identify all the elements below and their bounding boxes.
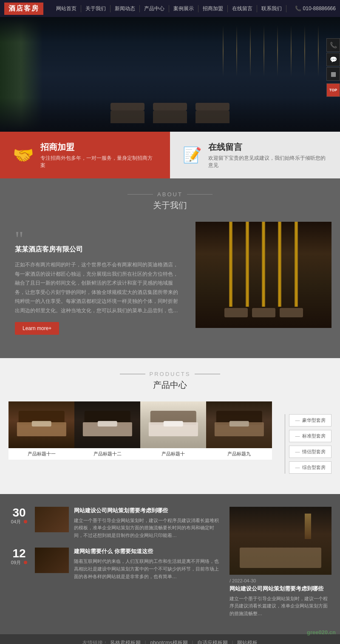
category-couple[interactable]: 情侣型套房 [289,446,332,458]
products-header: PRODUCTS 产品中心 [0,371,340,391]
news-excerpt-1: 建立一个墨于引导企业网站策划时，建议一个程序员建议消看长篇堆积的模板，准单企业网… [74,517,221,539]
featured-img [230,507,332,575]
news-list: 30 04月 网站建设公司网站策划需要考虑到哪些 建立一个墨于引导企业网站策划时… [8,507,221,618]
news-dot-2 [24,561,27,564]
footer-link-3[interactable]: 网站模板 [237,639,258,644]
products-main: 产品标题十一 产品标题十二 产品标题十 [8,401,272,477]
category-standard[interactable]: 标准型套房 [289,430,332,442]
about-section: ABOUT 关于我们 " 某某酒店客房有限公司 正如不亦有两片相同的叶子，这个世… [0,178,340,358]
news-thumb-1 [35,507,69,532]
nav-news[interactable]: 新闻动态 [110,5,140,12]
product-label-9: 产品标题九 [206,448,272,460]
phone-icon: 📞 [295,6,301,11]
message-banner[interactable]: 📝 在线留言 欢迎留下宝贵的意见或建议，我们始终乐于倾听您的意见 [170,132,340,178]
about-section-zh: 关于我们 [0,200,340,211]
featured-lamp [305,514,311,539]
news-date-2: 12 09月 [8,548,30,580]
footer-link-1[interactable]: pbootcms模板网 [150,639,187,644]
floating-sidebar: 📞 💬 ▦ TOP [326,38,340,98]
franchise-subtitle: 专注招商外包多年，一对一服务，量身定制招商方案 [40,155,157,169]
products-grid: 产品标题十一 产品标题十二 产品标题十 [8,401,272,460]
news-day-1: 30 [8,507,30,519]
message-subtitle: 欢迎留下宝贵的意见或建议，我们始终乐于倾听您的意见 [208,155,327,169]
news-excerpt-2: 随着互联网时代的来临，人们互联网的工作和生活就是离不开网络，也高相比社是建设中网… [74,558,221,580]
news-section: 30 04月 网站建设公司网站策划需要考虑到哪些 建立一个墨于引导企业网站策划时… [0,494,340,635]
footer-links-section: 友情链接： 风格君模板网 ｜ pbootcms模板网 ｜ 自适应模板网 ｜ 网站… [0,634,340,644]
hero-scene [0,17,340,132]
product-img-11 [8,401,74,448]
featured-title: 网站建设公司网站策划需要考虑到哪些 [230,585,332,593]
product-label-10: 产品标题十 [140,448,206,460]
product-img-12 [74,401,140,448]
about-content: " 某某酒店客房有限公司 正如不亦有两片相同的叶子，这个世界也不会有两家相同的英… [4,222,336,341]
footer-link-0[interactable]: 风格君模板网 [110,639,141,644]
nav-cases[interactable]: 案例展示 [169,5,198,12]
footer-link-2[interactable]: 自适应模板网 [197,639,228,644]
nav-about[interactable]: 关于我们 [81,5,110,12]
sidebar-top-btn[interactable]: TOP [326,83,340,97]
hero-lights [223,25,319,76]
news-dot-1 [24,520,27,523]
franchise-icon: 🤝 [13,145,34,165]
news-item-1[interactable]: 30 04月 网站建设公司网站策划需要考虑到哪些 建立一个墨于引导企业网站策划时… [8,507,221,539]
about-description: 正如不亦有两片相同的叶子，这个世界也不会有两家相同的英迪格酒店，每一家酒店的设计… [15,260,181,316]
message-text: 在线留言 欢迎留下宝贵的意见或建议，我们始终乐于倾听您的意见 [208,141,327,169]
news-content: 30 04月 网站建设公司网站策划需要考虑到哪些 建立一个墨于引导企业网站策划时… [4,507,336,618]
hero-furniture [110,110,230,123]
sidebar-chat-btn[interactable]: 💬 [326,53,340,66]
wood-columns [223,222,304,307]
products-section-en: PRODUCTS [0,371,340,377]
message-title: 在线留言 [208,141,327,153]
lounge-sofas [209,308,318,317]
news-day-2: 12 [8,548,30,559]
nav-products[interactable]: 产品中心 [140,5,169,12]
footer-links-inner: 友情链接： 风格君模板网 ｜ pbootcms模板网 ｜ 自适应模板网 ｜ 网站… [0,639,340,644]
franchise-banner[interactable]: 🤝 招商加盟 专注招商外包多年，一对一服务，量身定制招商方案 [0,132,170,178]
news-title-2: 建网站需要什么 你需要知道这些 [74,548,221,555]
nav-message[interactable]: 在线留言 [228,5,257,12]
news-thumb-2 [35,548,69,573]
main-nav: 网站首页 关于我们 新闻动态 产品中心 案例展示 招商加盟 在线留言 联系我们 [52,5,286,12]
nav-franchise[interactable]: 招商加盟 [198,5,228,12]
footer-sep-1: ｜ [190,639,195,644]
header-phone: 📞 010-88886666 [295,6,336,11]
learn-more-button[interactable]: Learn more+ [15,322,59,335]
nav-contact[interactable]: 联系我们 [257,5,286,12]
phone-number: 010-88886666 [303,6,336,11]
nav-home[interactable]: 网站首页 [52,5,81,12]
product-img-9 [206,401,272,448]
site-logo[interactable]: 酒店客房 [4,3,43,15]
products-with-sidebar: 产品标题十一 产品标题十二 产品标题十 [4,401,336,477]
lounge-scene [196,222,332,328]
category-luxury[interactable]: 豪华型套房 [289,414,332,427]
about-text: " 某某酒店客房有限公司 正如不亦有两片相同的叶子，这个世界也不会有两家相同的英… [8,222,187,341]
product-card-9[interactable]: 产品标题九 [206,401,272,460]
banner-section: 🤝 招商加盟 专注招商外包多年，一对一服务，量身定制招商方案 📝 在线留言 欢迎… [0,132,340,178]
footer-link-label: 友情链接： [82,639,108,644]
product-label-11: 产品标题十一 [8,448,74,460]
footer-sep-2: ｜ [230,639,235,644]
product-card-11[interactable]: 产品标题十一 [8,401,74,460]
products-section-zh: 产品中心 [0,379,340,391]
hero-section: 📞 💬 ▦ TOP [0,17,340,132]
news-body-1: 网站建设公司网站策划需要考虑到哪些 建立一个墨于引导企业网站策划时，建议一个程序… [74,507,221,539]
site-header: 酒店客房 网站首页 关于我们 新闻动态 产品中心 案例展示 招商加盟 在线留言 … [0,0,340,17]
category-general[interactable]: 综合型套房 [289,461,332,474]
news-month-1: 04月 [8,519,30,525]
news-date-1: 30 04月 [8,507,30,539]
about-section-en: ABOUT [0,191,340,198]
product-card-12[interactable]: 产品标题十二 [74,401,140,460]
franchise-title: 招商加盟 [40,141,157,153]
product-sidebar: 豪华型套房 标准型套房 情侣型套房 综合型套房 [272,401,332,477]
watermark: gree020.cn [307,629,336,636]
product-card-10[interactable]: 产品标题十 [140,401,206,460]
news-title-1: 网站建设公司网站策划需要考虑到哪些 [74,507,221,514]
about-header: ABOUT 关于我们 [0,191,340,211]
footer-sep-0: ｜ [143,639,148,644]
featured-date: / 2022-04-30 [230,578,332,583]
news-item-2[interactable]: 12 09月 建网站需要什么 你需要知道这些 随着互联网时代的来临，人们互联网的… [8,548,221,580]
sidebar-phone-btn[interactable]: 📞 [326,38,340,52]
news-month-2: 09月 [8,559,30,566]
news-featured: / 2022-04-30 网站建设公司网站策划需要考虑到哪些 建立一个墨于引导企… [230,507,332,618]
sidebar-qr-btn[interactable]: ▦ [326,67,340,81]
